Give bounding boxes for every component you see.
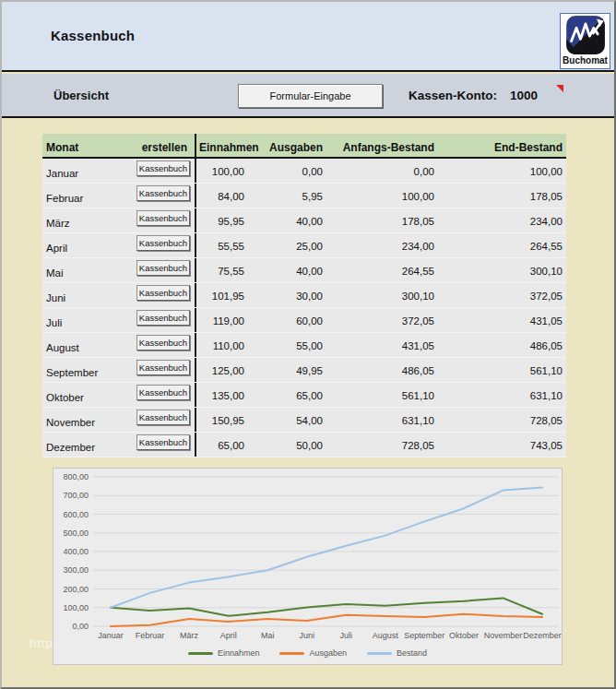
header-ausgaben: Ausgaben: [247, 134, 326, 157]
kassenbuch-row-button[interactable]: Kassenbuch: [136, 260, 190, 276]
cell-ausgaben: 55,00: [247, 333, 326, 357]
y-tick-label: 600,00: [63, 510, 89, 519]
cell-anfangs-bestand: 100,00: [326, 184, 438, 208]
series-line-bestand: [111, 488, 542, 608]
cell-anfangs-bestand: 234,00: [326, 233, 438, 257]
cell-end-bestand: 234,00: [438, 208, 566, 232]
chart-legend: EinnahmenAusgabenBestand: [53, 644, 562, 662]
x-tick-label: November: [484, 631, 523, 640]
y-tick-label: 400,00: [63, 547, 89, 556]
legend-line-icon: [367, 652, 392, 655]
table-row: Mai Kassenbuch 75,55 40,00 264,55 300,10: [42, 258, 566, 283]
x-tick-label: März: [180, 631, 198, 640]
kassenbuch-row-button[interactable]: Kassenbuch: [136, 160, 190, 176]
x-tick-label: September: [404, 631, 444, 640]
cell-anfangs-bestand: 178,05: [326, 208, 438, 232]
kassenbuch-row-button[interactable]: Kassenbuch: [136, 434, 190, 450]
cell-monat: März: [42, 208, 136, 232]
x-tick-label: Februar: [136, 631, 165, 640]
kassenbuch-row-button[interactable]: Kassenbuch: [136, 285, 190, 301]
kassenbuch-row-button[interactable]: Kassenbuch: [136, 310, 190, 326]
cell-einnahmen: 75,55: [195, 258, 247, 282]
logo-text: Buchomat: [563, 55, 608, 66]
y-tick-label: 100,00: [63, 603, 89, 612]
legend-label: Einnahmen: [218, 648, 260, 658]
x-tick-label: Dezember: [523, 631, 562, 640]
cell-anfangs-bestand: 300,10: [326, 283, 438, 307]
cell-einnahmen: 65,00: [195, 433, 247, 457]
header-monat: Monat: [42, 134, 136, 157]
cell-end-bestand: 264,55: [438, 233, 566, 257]
y-tick-label: 200,00: [63, 585, 89, 594]
cell-ausgaben: 54,00: [247, 408, 326, 432]
kassen-konto-value[interactable]: 1000: [510, 89, 538, 102]
header-anfangs-bestand: Anfangs-Bestand: [326, 134, 438, 157]
cell-end-bestand: 728,05: [438, 408, 566, 432]
cell-monat: Februar: [42, 184, 136, 208]
cell-ausgaben: 60,00: [247, 308, 326, 332]
cell-end-bestand: 561,10: [438, 358, 566, 382]
cell-end-bestand: 178,05: [438, 184, 566, 208]
legend-line-icon: [279, 652, 304, 655]
cell-anfangs-bestand: 264,55: [326, 258, 438, 282]
kassenbuch-table: Monat erstellen Einnahmen Ausgaben Anfan…: [42, 134, 566, 457]
table-row: Januar Kassenbuch 100,00 0,00 0,00 100,0…: [42, 159, 566, 184]
cell-erstellen: Kassenbuch: [136, 283, 195, 307]
header-band: Kassenbuch Buchomat: [2, 2, 614, 72]
cell-end-bestand: 431,05: [438, 308, 566, 332]
kassenbuch-row-button[interactable]: Kassenbuch: [136, 410, 190, 425]
cell-ausgaben: 50,00: [247, 433, 326, 457]
cell-monat: August: [42, 333, 136, 357]
table-row: April Kassenbuch 55,55 25,00 234,00 264,…: [42, 233, 566, 258]
table-body: Januar Kassenbuch 100,00 0,00 0,00 100,0…: [42, 159, 566, 457]
kassenbuch-row-button[interactable]: Kassenbuch: [136, 360, 190, 375]
cell-erstellen: Kassenbuch: [136, 208, 195, 232]
toolbar: Übersicht Formular-Eingabe Kassen-Konto:…: [2, 74, 614, 118]
cell-anfangs-bestand: 372,05: [326, 308, 438, 332]
page-title: Kassenbuch: [51, 28, 135, 43]
table-row: Juli Kassenbuch 119,00 60,00 372,05 431,…: [42, 308, 566, 333]
cell-monat: Dezember: [42, 433, 136, 457]
header-end-bestand: End-Bestand: [438, 134, 566, 157]
cell-erstellen: Kassenbuch: [136, 333, 195, 357]
cell-anfangs-bestand: 561,10: [326, 383, 438, 407]
cell-end-bestand: 486,05: [438, 333, 566, 357]
x-tick-label: August: [373, 631, 399, 640]
cell-monat: Oktober: [42, 383, 136, 407]
legend-item-bestand: Bestand: [367, 648, 427, 658]
cell-erstellen: Kassenbuch: [136, 358, 195, 382]
cell-end-bestand: 300,10: [438, 258, 566, 282]
cell-einnahmen: 125,00: [195, 358, 247, 382]
cell-monat: Juni: [42, 283, 136, 307]
balance-chart: 0,00100,00200,00300,00400,00500,00600,00…: [53, 468, 563, 665]
legend-item-einnahmen: Einnahmen: [188, 648, 260, 658]
cell-einnahmen: 55,55: [195, 233, 247, 257]
formular-eingabe-button[interactable]: Formular-Eingabe: [238, 84, 383, 108]
kassenbuch-window: Kassenbuch Buchomat Übersicht: [0, 0, 616, 689]
buchomat-logo: Buchomat: [560, 13, 610, 69]
x-tick-label: Juni: [299, 631, 314, 640]
y-tick-label: 0,00: [72, 622, 89, 631]
cell-ausgaben: 5,95: [247, 184, 326, 208]
cell-erstellen: Kassenbuch: [136, 433, 195, 457]
cell-erstellen: Kassenbuch: [136, 233, 195, 257]
kassenbuch-row-button[interactable]: Kassenbuch: [136, 185, 190, 201]
header-einnahmen: Einnahmen: [195, 134, 247, 157]
kassenbuch-row-button[interactable]: Kassenbuch: [136, 385, 190, 400]
y-tick-label: 300,00: [63, 565, 89, 575]
kassenbuch-row-button[interactable]: Kassenbuch: [136, 210, 190, 226]
cell-monat: Mai: [42, 258, 136, 282]
kassenbuch-row-button[interactable]: Kassenbuch: [136, 235, 190, 251]
cell-einnahmen: 150,95: [195, 408, 247, 432]
kassen-konto-label: Kassen-Konto:: [409, 89, 497, 102]
cell-ausgaben: 40,00: [247, 208, 326, 232]
table-row: März Kassenbuch 95,95 40,00 178,05 234,0…: [42, 208, 566, 233]
stock-chart-logo-icon: [565, 14, 606, 55]
cell-ausgaben: 0,00: [247, 159, 326, 183]
series-line-ausgaben: [111, 614, 542, 626]
watermark-text: http: [30, 636, 53, 650]
x-tick-label: Oktober: [449, 631, 479, 640]
header-erstellen: erstellen: [136, 134, 195, 157]
cell-erstellen: Kassenbuch: [136, 308, 195, 332]
kassenbuch-row-button[interactable]: Kassenbuch: [136, 335, 190, 350]
